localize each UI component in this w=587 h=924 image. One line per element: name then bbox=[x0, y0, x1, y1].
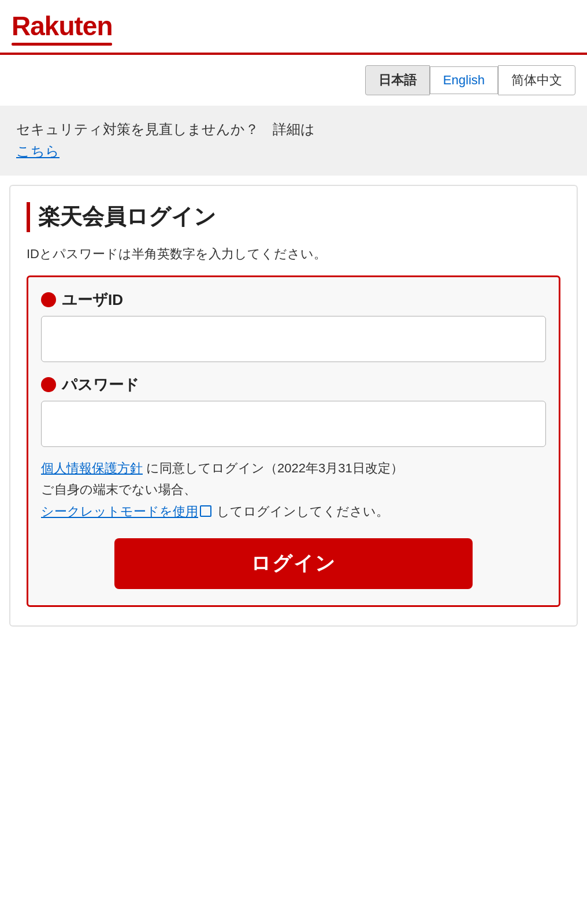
site-header: Rakuten bbox=[0, 0, 587, 55]
own-device-text: ご自身の端末でない場合、 bbox=[41, 482, 196, 497]
user-id-required-dot bbox=[41, 292, 56, 307]
login-card: 楽天会員ログイン IDとパスワードは半角英数字を入力してください。 ユーザID … bbox=[9, 185, 578, 627]
password-input[interactable] bbox=[41, 401, 546, 447]
security-notice: セキュリティ対策を見直しませんか？ 詳細は こちら bbox=[0, 106, 587, 176]
password-label-text: パスワード bbox=[62, 375, 139, 395]
language-bar: 日本語 English 简体中文 bbox=[0, 55, 587, 106]
secret-mode-icon bbox=[200, 505, 211, 517]
user-id-label: ユーザID bbox=[41, 290, 546, 310]
privacy-text: 個人情報保護方針 に同意してログイン（2022年3月31日改定） ご自身の端末で… bbox=[41, 457, 546, 522]
privacy-text-2: に同意してログイン（2022年3月31日改定） bbox=[143, 461, 403, 475]
login-title: 楽天会員ログイン bbox=[38, 202, 216, 232]
logo-text: Rakuten bbox=[12, 10, 112, 42]
login-title-wrapper: 楽天会員ログイン bbox=[27, 202, 560, 232]
lang-btn-chinese[interactable]: 简体中文 bbox=[498, 65, 575, 95]
secret-mode-link[interactable]: シークレットモードを使用 bbox=[41, 504, 198, 519]
security-notice-link[interactable]: こちら bbox=[16, 143, 60, 159]
security-notice-text: セキュリティ対策を見直しませんか？ 詳細は bbox=[16, 121, 315, 137]
rakuten-logo: Rakuten bbox=[12, 10, 112, 46]
login-title-bar bbox=[27, 202, 30, 232]
secret-mode-text: してログインしてください。 bbox=[213, 504, 389, 519]
lang-btn-english[interactable]: English bbox=[430, 66, 498, 94]
user-id-label-text: ユーザID bbox=[62, 290, 123, 310]
privacy-policy-link[interactable]: 個人情報保護方針 bbox=[41, 461, 143, 475]
login-btn-wrapper: ログイン bbox=[41, 538, 546, 589]
login-subtitle: IDとパスワードは半角英数字を入力してください。 bbox=[27, 244, 560, 264]
lang-btn-japanese[interactable]: 日本語 bbox=[365, 65, 430, 95]
password-required-dot bbox=[41, 377, 56, 392]
password-label: パスワード bbox=[41, 375, 546, 395]
form-section: ユーザID パスワード 個人情報保護方針 に同意してログイン（2022年3月31… bbox=[27, 275, 560, 607]
user-id-input[interactable] bbox=[41, 316, 546, 362]
logo-underline bbox=[12, 43, 112, 46]
login-button[interactable]: ログイン bbox=[114, 538, 473, 589]
